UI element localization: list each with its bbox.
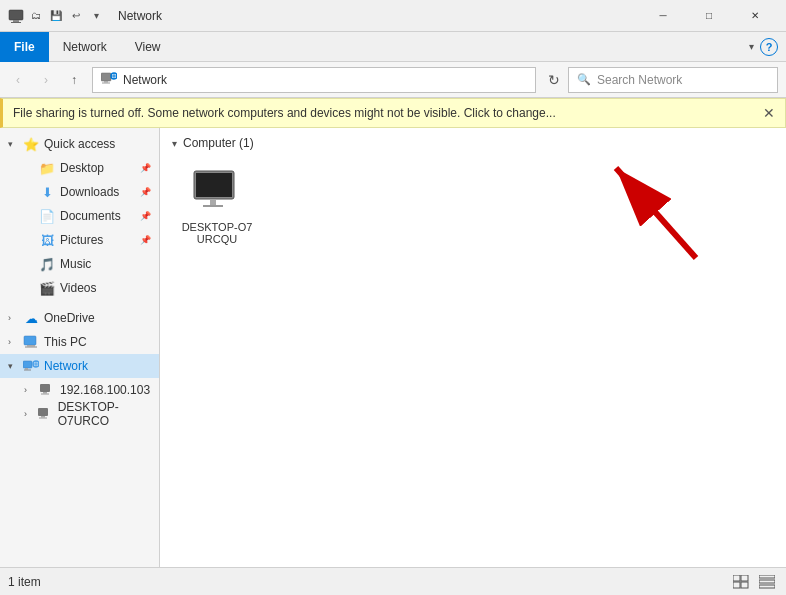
- pin-icon-2: 📌: [140, 187, 151, 197]
- address-bar[interactable]: Network: [92, 67, 536, 93]
- sidebar-item-pictures[interactable]: 🖼 Pictures 📌: [16, 228, 159, 252]
- notification-bar[interactable]: File sharing is turned off. Some network…: [0, 98, 786, 128]
- svg-rect-0: [9, 10, 23, 20]
- notification-close-button[interactable]: ✕: [763, 105, 775, 121]
- computer-item[interactable]: DESKTOP-O7URCQU: [172, 162, 262, 253]
- sidebar-onedrive[interactable]: › ☁ OneDrive: [0, 306, 159, 330]
- desktop-computer-label: DESKTOP-O7URCO: [58, 400, 151, 428]
- quick-access-items: 📁 Desktop 📌 ⬇ Downloads 📌 📄 Documents 📌 …: [0, 156, 159, 300]
- music-label: Music: [60, 257, 91, 271]
- address-network-icon: [101, 71, 117, 88]
- list-view-button[interactable]: [756, 571, 778, 593]
- sidebar-item-documents[interactable]: 📄 Documents 📌: [16, 204, 159, 228]
- up-button[interactable]: ↑: [60, 66, 88, 94]
- quick-access-chevron: ▾: [8, 139, 22, 149]
- notification-message: File sharing is turned off. Some network…: [13, 106, 556, 120]
- svg-rect-5: [102, 83, 110, 84]
- section-chevron-icon[interactable]: ▾: [172, 138, 177, 149]
- search-placeholder: Search Network: [597, 73, 682, 87]
- back-button[interactable]: ‹: [4, 66, 32, 94]
- sidebar-thispc[interactable]: › This PC: [0, 330, 159, 354]
- computer-icon-192: [38, 381, 56, 399]
- sidebar-item-desktop-computer[interactable]: › DESKTOP-O7URCO: [16, 402, 159, 426]
- content-area: ▾ Computer (1) DESKTOP-O7URCQU: [160, 128, 786, 567]
- svg-rect-20: [41, 394, 49, 395]
- title-bar-icons: 🗂 💾 ↩ ▾: [8, 8, 104, 24]
- svg-rect-3: [101, 73, 111, 81]
- file-menu[interactable]: File: [0, 32, 49, 62]
- svg-rect-33: [741, 582, 748, 588]
- pin-icon-3: 📌: [140, 211, 151, 221]
- downloads-label: Downloads: [60, 185, 119, 199]
- network-sub-items: › 192.168.100.103 ›: [0, 378, 159, 426]
- app-icon: [8, 8, 24, 24]
- desktop-folder-icon: 📁: [38, 159, 56, 177]
- item-count: 1 item: [8, 575, 41, 589]
- window-controls: ─ □ ✕: [640, 0, 778, 32]
- undo-icon[interactable]: ↩: [68, 8, 84, 24]
- thispc-label: This PC: [44, 335, 87, 349]
- minimize-button[interactable]: ─: [640, 0, 686, 32]
- search-icon: 🔍: [577, 73, 591, 86]
- save-icon[interactable]: 💾: [48, 8, 64, 24]
- network-label: Network: [44, 359, 88, 373]
- red-arrow-indicator: [586, 148, 706, 271]
- videos-label: Videos: [60, 281, 96, 295]
- view-menu[interactable]: View: [121, 32, 175, 62]
- forward-button[interactable]: ›: [32, 66, 60, 94]
- svg-rect-35: [759, 580, 775, 583]
- svg-rect-9: [24, 336, 36, 345]
- dropdown-icon[interactable]: ▾: [88, 8, 104, 24]
- quick-access-label: Quick access: [44, 137, 115, 151]
- onedrive-chevron: ›: [8, 313, 22, 323]
- network-chevron: ▾: [8, 361, 22, 371]
- pictures-icon: 🖼: [38, 231, 56, 249]
- close-button[interactable]: ✕: [732, 0, 778, 32]
- sidebar-item-192[interactable]: › 192.168.100.103: [16, 378, 159, 402]
- network-menu[interactable]: Network: [49, 32, 121, 62]
- network-icon: [22, 357, 40, 375]
- svg-rect-30: [733, 575, 740, 581]
- details-view-button[interactable]: [730, 571, 752, 593]
- svg-rect-4: [104, 81, 108, 83]
- window-title: Network: [118, 9, 640, 23]
- status-bar: 1 item: [0, 567, 786, 595]
- computer-icon-desktop: [36, 405, 54, 423]
- search-box[interactable]: 🔍 Search Network: [568, 67, 778, 93]
- music-icon: 🎵: [38, 255, 56, 273]
- svg-rect-13: [25, 368, 28, 370]
- sidebar-quick-access[interactable]: ▾ ⭐ Quick access: [0, 132, 159, 156]
- sidebar-network[interactable]: ▾ Network: [0, 354, 159, 378]
- sidebar-item-desktop[interactable]: 📁 Desktop 📌: [16, 156, 159, 180]
- pin-icon: 📌: [140, 163, 151, 173]
- svg-rect-12: [23, 361, 32, 368]
- svg-rect-25: [196, 173, 232, 197]
- maximize-button[interactable]: □: [686, 0, 732, 32]
- quick-access-icon: 🗂: [28, 8, 44, 24]
- svg-rect-21: [38, 408, 48, 416]
- main-layout: ▾ ⭐ Quick access 📁 Desktop 📌 ⬇ Downloads…: [0, 128, 786, 567]
- pin-icon-4: 📌: [140, 235, 151, 245]
- svg-rect-26: [210, 199, 216, 205]
- svg-rect-10: [27, 345, 35, 347]
- onedrive-icon: ☁: [22, 309, 40, 327]
- documents-label: Documents: [60, 209, 121, 223]
- svg-rect-2: [11, 22, 21, 23]
- nav-bar: ‹ › ↑ Network ↻ 🔍 Search Network: [0, 62, 786, 98]
- section-title: Computer (1): [183, 136, 254, 150]
- svg-rect-11: [25, 347, 37, 348]
- ip-label: 192.168.100.103: [60, 383, 150, 397]
- menu-expand-chevron[interactable]: ▾: [749, 41, 754, 52]
- sidebar-item-videos[interactable]: 🎬 Videos: [16, 276, 159, 300]
- view-buttons: [730, 571, 778, 593]
- videos-icon: 🎬: [38, 279, 56, 297]
- svg-rect-32: [733, 582, 740, 588]
- svg-rect-1: [13, 20, 19, 22]
- pictures-label: Pictures: [60, 233, 103, 247]
- menu-bar: File Network View ▾ ?: [0, 32, 786, 62]
- sidebar-item-downloads[interactable]: ⬇ Downloads 📌: [16, 180, 159, 204]
- refresh-button[interactable]: ↻: [540, 66, 568, 94]
- help-button[interactable]: ?: [760, 38, 778, 56]
- sidebar-item-music[interactable]: 🎵 Music: [16, 252, 159, 276]
- svg-rect-14: [24, 370, 31, 371]
